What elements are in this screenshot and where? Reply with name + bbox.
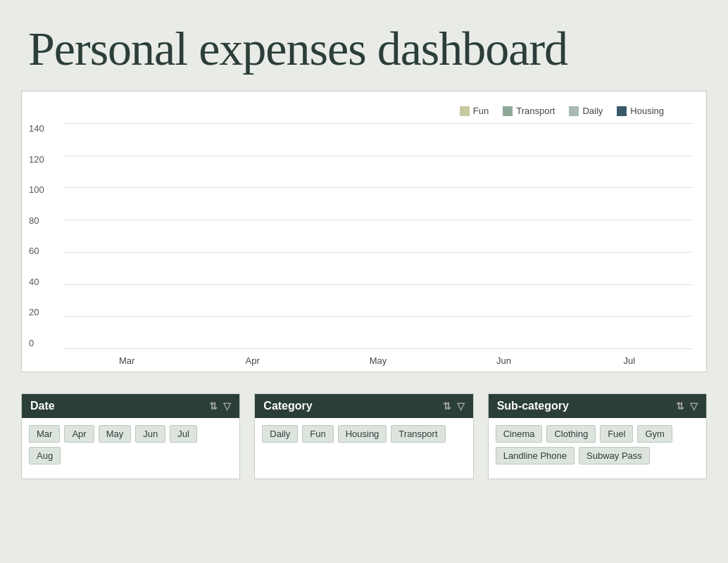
date-panel: Date ⇅ ▽ MarAprMayJunJulAug [21,393,240,479]
legend-daily: Daily [569,106,603,116]
legend-color-daily [569,106,579,116]
chart-legend: Fun Transport Daily Housing [64,106,692,116]
subcategory-panel-tags: CinemaClothingFuelGymLandline PhoneSubwa… [489,418,706,464]
category-filter-icon[interactable]: ▽ [457,400,465,412]
date-panel-header: Date ⇅ ▽ [22,394,239,418]
tag-aug[interactable]: Aug [29,447,61,464]
tag-gym[interactable]: Gym [637,425,672,443]
tag-cinema[interactable]: Cinema [496,425,543,443]
subcategory-panel-title: Sub-category [497,400,569,412]
tag-apr[interactable]: Apr [64,425,94,443]
y-axis-label: 60 [29,246,44,256]
date-filter-icon[interactable]: ▽ [223,400,231,412]
category-panel: Category ⇅ ▽ DailyFunHousingTransport [254,393,473,479]
y-axis: 140120100806040200 [29,123,44,348]
category-panel-title: Category [263,400,312,412]
y-axis-label: 40 [29,277,44,287]
tag-jun[interactable]: Jun [135,425,165,443]
date-panel-tags: MarAprMayJunJulAug [22,418,239,464]
legend-label-housing: Housing [630,106,664,116]
date-sort-icon[interactable]: ⇅ [209,400,218,412]
legend-color-transport [503,106,513,116]
grid-line-0 [64,348,692,349]
category-panel-icons: ⇅ ▽ [443,400,465,412]
y-axis-label: 100 [29,184,44,195]
month-label-jun: Jun [496,355,511,366]
month-label-may: May [370,355,387,366]
category-sort-icon[interactable]: ⇅ [443,400,451,412]
tag-transport[interactable]: Transport [391,425,445,443]
chart-inner: MarAprMayJunJul [64,123,692,348]
tag-mar[interactable]: Mar [29,425,60,443]
category-panel-tags: DailyFunHousingTransport [255,418,472,443]
category-panel-header: Category ⇅ ▽ [255,394,472,418]
grid-line-100 [64,187,692,188]
tag-daily[interactable]: Daily [262,425,298,443]
page-title: Personal expenses dashboard [0,0,728,91]
subcategory-filter-icon[interactable]: ▽ [690,400,698,412]
subcategory-panel: Sub-category ⇅ ▽ CinemaClothingFuelGymLa… [488,393,707,479]
date-panel-title: Date [30,400,55,412]
subcategory-sort-icon[interactable]: ⇅ [676,400,684,412]
date-panel-icons: ⇅ ▽ [209,400,231,412]
legend-transport: Transport [503,106,555,116]
grid-line-60 [64,252,692,253]
tag-clothing[interactable]: Clothing [546,425,596,443]
grid-line-40 [64,284,692,285]
legend-label-transport: Transport [516,106,555,116]
legend-fun: Fun [460,106,489,116]
legend-label-fun: Fun [473,106,489,116]
legend-label-daily: Daily [582,106,603,116]
y-axis-label: 80 [29,215,44,226]
legend-color-fun [460,106,470,116]
tag-landline-phone[interactable]: Landline Phone [496,447,575,464]
tag-subway-pass[interactable]: Subway Pass [579,447,650,464]
tag-may[interactable]: May [99,425,132,443]
month-label-mar: Mar [119,355,134,366]
y-axis-label: 20 [29,307,44,317]
y-axis-label: 120 [29,154,44,165]
grid-line-140 [64,123,692,124]
panels-row: Date ⇅ ▽ MarAprMayJunJulAug Category ⇅ ▽… [21,393,707,479]
tag-fuel[interactable]: Fuel [600,425,633,443]
tag-housing[interactable]: Housing [338,425,387,443]
tag-jul[interactable]: Jul [170,425,197,443]
grid-line-120 [64,156,692,156]
chart-container: Fun Transport Daily Housing 140120100806… [21,91,707,372]
subcategory-panel-icons: ⇅ ▽ [676,400,698,412]
month-label-apr: Apr [245,355,259,366]
subcategory-panel-header: Sub-category ⇅ ▽ [489,394,706,418]
y-axis-label: 0 [29,338,44,348]
y-axis-label: 140 [29,123,44,134]
legend-color-housing [617,106,627,116]
tag-fun[interactable]: Fun [302,425,333,443]
month-label-jul: Jul [624,355,636,366]
bars-wrapper: MarAprMayJunJul [64,123,692,348]
chart-area: 140120100806040200 MarAprMayJunJul [64,123,692,348]
grid-line-80 [64,220,692,220]
legend-housing: Housing [617,106,664,116]
grid-line-20 [64,316,692,317]
